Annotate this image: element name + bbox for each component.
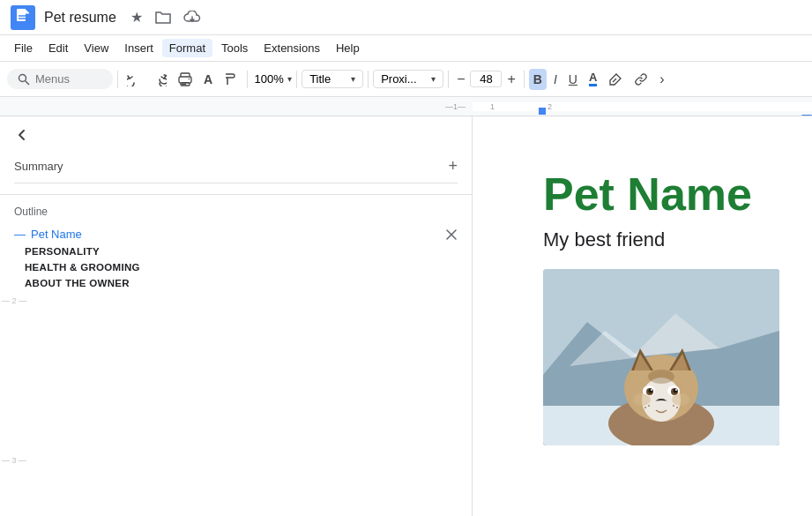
menu-file[interactable]: File — [7, 39, 40, 57]
print-icon — [178, 72, 192, 86]
folder-button[interactable] — [153, 9, 173, 26]
font-drop-icon: ▾ — [431, 74, 436, 84]
outline-item-text-health-grooming: HEALTH & GROOMING — [14, 262, 140, 273]
title-icons: ★ — [129, 7, 203, 27]
star-button[interactable]: ★ — [129, 7, 145, 27]
outline-section: Outline — Pet Name PERSONALITY — [0, 195, 472, 302]
svg-rect-0 — [17, 9, 26, 21]
document-title: Pet resume — [44, 10, 116, 26]
search-box[interactable] — [7, 69, 113, 89]
svg-point-42 — [648, 405, 650, 407]
outline-remove-pet-name[interactable] — [445, 228, 458, 241]
font-label: Proxi... — [381, 72, 416, 86]
print-button[interactable] — [174, 69, 197, 90]
paint-format-icon — [224, 72, 238, 86]
svg-point-40 — [633, 393, 651, 406]
bold-button[interactable]: B — [529, 69, 547, 90]
menu-extensions[interactable]: Extensions — [257, 39, 327, 57]
outline-label: Outline — [14, 206, 458, 218]
svg-point-41 — [672, 393, 689, 406]
menu-view[interactable]: View — [77, 39, 115, 57]
document-area: Pet Name My best friend — [473, 116, 812, 516]
menu-format[interactable]: Format — [162, 39, 212, 57]
summary-add-button[interactable]: + — [448, 157, 458, 176]
main-area: — 2 — — 3 — Summary + Outline — Pet Name — [0, 116, 812, 516]
svg-point-30 — [649, 389, 653, 393]
outline-prefix-icon: — — [14, 228, 26, 241]
undo-icon — [127, 72, 141, 86]
underline-button[interactable]: U — [564, 69, 582, 90]
menu-bar: File Edit View Insert Format Tools Exten… — [0, 35, 812, 62]
spell-check-button[interactable]: A — [199, 69, 217, 90]
document-page: Pet Name My best friend — [473, 116, 812, 516]
redo-icon — [153, 72, 167, 86]
divider-1 — [117, 71, 118, 88]
summary-section: Summary + — [0, 153, 472, 195]
divider-3 — [296, 71, 297, 88]
svg-point-44 — [673, 405, 674, 407]
font-size-minus-button[interactable]: − — [453, 70, 468, 89]
ruler-left: —1— — [0, 102, 473, 111]
highlight-button[interactable] — [604, 69, 627, 90]
paint-format-button[interactable] — [220, 69, 242, 90]
divider-6 — [524, 71, 525, 88]
svg-rect-7 — [179, 77, 191, 83]
sidebar-back-button[interactable] — [0, 116, 472, 153]
divider-2 — [247, 71, 248, 88]
outline-item-text-about-owner: ABOUT THE OWNER — [14, 278, 130, 288]
link-button[interactable] — [629, 69, 652, 90]
ruler-right: 1 2 — [473, 102, 812, 111]
svg-point-45 — [676, 407, 678, 408]
back-arrow-icon — [14, 127, 30, 143]
dog-image-svg — [543, 269, 779, 445]
svg-rect-8 — [182, 82, 189, 83]
menu-edit[interactable]: Edit — [41, 39, 75, 57]
style-drop-icon: ▾ — [351, 74, 355, 84]
text-color-icon: A — [589, 71, 597, 86]
svg-point-31 — [674, 389, 678, 393]
outline-item-health-grooming[interactable]: HEALTH & GROOMING — [14, 259, 458, 275]
spell-check-icon: A — [204, 72, 212, 86]
zoom-control[interactable]: 100% ▾ — [252, 72, 292, 86]
svg-point-3 — [19, 74, 26, 81]
search-input[interactable] — [35, 72, 97, 86]
font-select[interactable]: Proxi... ▾ — [373, 70, 443, 88]
outline-item-text-pet-name: Pet Name — [31, 228, 82, 241]
cloud-button[interactable] — [182, 9, 203, 26]
ruler-tick-2: 2 — [548, 102, 552, 111]
svg-point-10 — [189, 78, 190, 79]
outline-item-about-owner[interactable]: ABOUT THE OWNER — [14, 275, 458, 291]
more-button[interactable]: › — [655, 68, 667, 91]
svg-point-33 — [675, 389, 677, 391]
dog-photo — [543, 269, 779, 445]
font-size-value[interactable]: 48 — [470, 71, 502, 87]
undo-button[interactable] — [123, 69, 145, 90]
zoom-value: 100% — [252, 72, 286, 86]
svg-point-38 — [648, 370, 674, 384]
search-icon — [18, 73, 30, 86]
ruler-cursor — [539, 108, 546, 115]
outline-item-pet-name[interactable]: — Pet Name — [14, 225, 458, 243]
highlight-icon — [608, 72, 622, 86]
menu-help[interactable]: Help — [329, 39, 367, 57]
divider-5 — [448, 71, 449, 88]
style-select[interactable]: Title ▾ — [302, 70, 363, 88]
doc-icon — [11, 5, 35, 30]
svg-point-32 — [651, 389, 652, 391]
margin-number-2: — 2 — — [2, 296, 26, 305]
summary-divider — [14, 183, 458, 183]
outline-item-personality[interactable]: PERSONALITY — [14, 243, 458, 259]
text-color-button[interactable]: A — [585, 68, 601, 90]
italic-button[interactable]: I — [549, 69, 562, 90]
title-bar: Pet resume ★ — [0, 0, 812, 35]
menu-tools[interactable]: Tools — [214, 39, 255, 57]
menu-insert[interactable]: Insert — [117, 39, 160, 57]
svg-line-4 — [26, 80, 30, 85]
font-size-plus-button[interactable]: + — [503, 70, 518, 89]
redo-button[interactable] — [148, 69, 171, 90]
svg-line-12 — [613, 79, 616, 82]
ruler-tick-minus1: —1— — [445, 102, 466, 111]
margin-number-3: — 3 — — [2, 456, 26, 465]
divider-4 — [368, 71, 369, 88]
document-subtitle: My best friend — [543, 228, 759, 251]
